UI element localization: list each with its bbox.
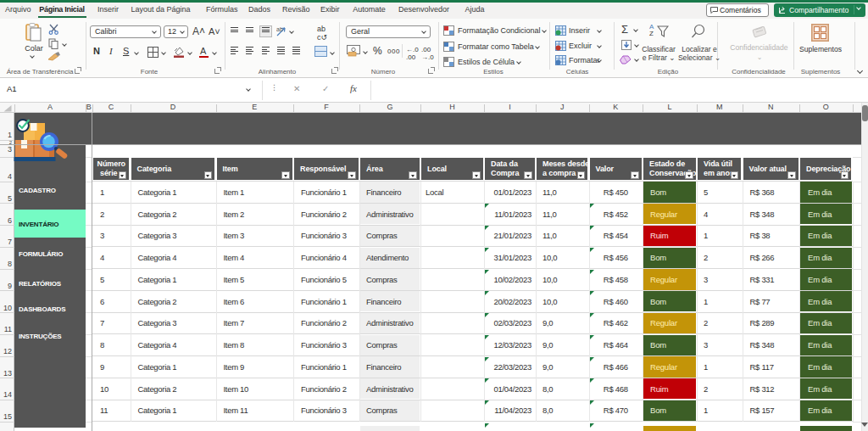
svg-text:ab: ab	[276, 26, 283, 32]
